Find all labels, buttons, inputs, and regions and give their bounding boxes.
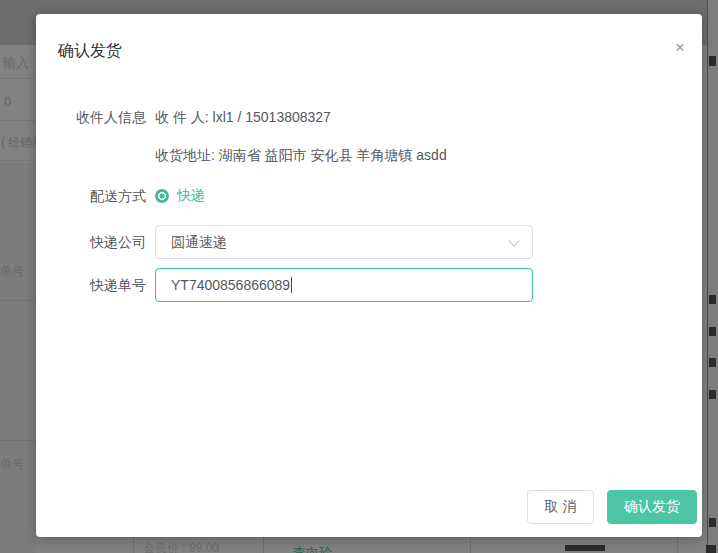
tracking-number-value: YT7400856866089 [171,277,290,293]
delivery-method-label: 配送方式 [36,188,146,206]
delivery-method-radio[interactable]: 快递 [155,187,205,205]
close-icon[interactable]: × [668,36,692,60]
tracking-number-label: 快递单号 [36,277,146,295]
radio-selected-icon [155,189,169,203]
screen: 输入 0 ( 经销商 单号 : 单号 : 会员价 : 99.00 李向玲 确认发… [0,0,718,553]
recipient-info-label: 收件人信息 [36,109,146,127]
courier-company-select[interactable]: 圆通速递 [155,225,533,259]
courier-company-selected-value: 圆通速递 [171,234,227,252]
tracking-number-input[interactable]: YT7400856866089 [155,268,533,302]
text-cursor [291,277,292,293]
recipient-name-phone: 收 件 人: lxl1 / 15013808327 [155,109,331,127]
cancel-button[interactable]: 取 消 [527,490,594,524]
confirm-shipment-button[interactable]: 确认发货 [607,490,697,524]
courier-company-label: 快递公司 [36,234,146,252]
chevron-down-icon [508,235,519,246]
dialog-title: 确认发货 [58,41,122,62]
shipping-address: 收货地址: 湖南省 益阳市 安化县 羊角塘镇 asdd [155,147,447,165]
radio-option-label: 快递 [177,187,205,205]
confirm-shipment-dialog: 确认发货 × 收件人信息 收 件 人: lxl1 / 15013808327 收… [36,14,702,537]
